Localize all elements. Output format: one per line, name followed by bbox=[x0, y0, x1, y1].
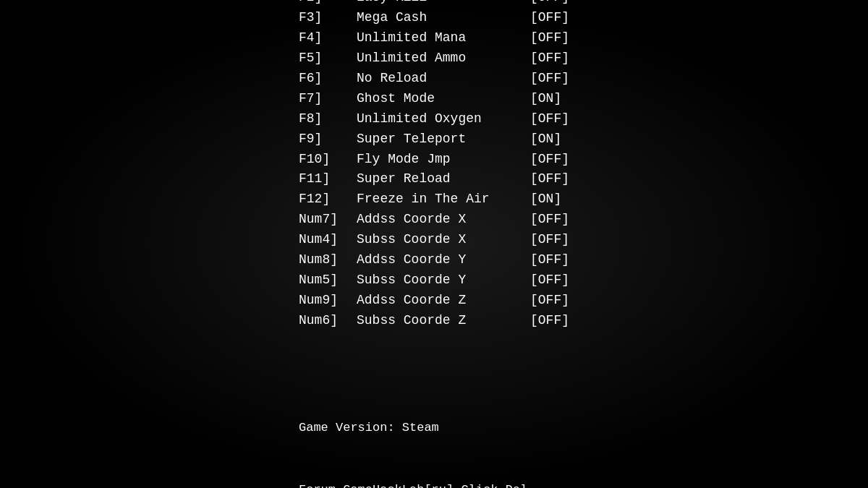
cheat-name: Addss Coorde Y bbox=[357, 250, 530, 270]
cheat-name: Ghost Mode bbox=[357, 89, 530, 109]
cheat-name: Addss Coorde Z bbox=[357, 291, 530, 311]
cheat-key: F10] bbox=[299, 150, 357, 170]
cheat-name: Fly Mode Jmp bbox=[357, 150, 530, 170]
cheat-row: Num5] Subss Coorde Y [OFF] bbox=[299, 270, 569, 291]
cheat-status[interactable]: [OFF] bbox=[530, 8, 569, 28]
cheat-status[interactable]: [OFF] bbox=[530, 150, 569, 170]
cheat-name: Subss Coorde X bbox=[357, 230, 530, 250]
cheat-status[interactable]: [ON] bbox=[530, 129, 561, 150]
cheat-status[interactable]: [OFF] bbox=[530, 0, 569, 8]
cheat-row: F12] Freeze in The Air [ON] bbox=[299, 189, 569, 210]
cheat-row: F8] Unlimited Oxygen [OFF] bbox=[299, 109, 569, 129]
cheat-status[interactable]: [OFF] bbox=[530, 270, 569, 291]
cheat-panel: F1] Unlimited Health [ON]F2] Easy Kill [… bbox=[270, 0, 598, 488]
cheat-status[interactable]: [ON] bbox=[530, 189, 561, 210]
cheat-row: F7] Ghost Mode [ON] bbox=[299, 89, 569, 109]
cheat-key: Num7] bbox=[299, 210, 357, 230]
cheat-status[interactable]: [OFF] bbox=[530, 291, 569, 311]
cheat-key: F7] bbox=[299, 89, 357, 109]
cheat-status[interactable]: [OFF] bbox=[530, 250, 569, 270]
cheat-name: No Reload bbox=[357, 69, 530, 89]
cheat-key: F5] bbox=[299, 48, 357, 69]
cheat-key: Num6] bbox=[299, 311, 357, 331]
cheat-row: F9] Super Teleport [ON] bbox=[299, 129, 569, 150]
cheat-name: Unlimited Oxygen bbox=[357, 109, 530, 129]
cheat-status[interactable]: [ON] bbox=[530, 89, 561, 109]
cheat-row: F6] No Reload [OFF] bbox=[299, 69, 569, 89]
cheat-status[interactable]: [OFF] bbox=[530, 210, 569, 230]
cheat-name: Subss Coorde Y bbox=[357, 270, 530, 291]
cheat-row: F2] Easy Kill [OFF] bbox=[299, 0, 569, 8]
cheat-key: F4] bbox=[299, 28, 357, 48]
cheat-key: F6] bbox=[299, 69, 357, 89]
cheat-key: F9] bbox=[299, 129, 357, 150]
cheat-status[interactable]: [OFF] bbox=[530, 169, 569, 189]
cheat-name: Unlimited Mana bbox=[357, 28, 530, 48]
cheat-name: Freeze in The Air bbox=[357, 189, 530, 210]
cheat-key: F12] bbox=[299, 189, 357, 210]
cheat-key: F3] bbox=[299, 8, 357, 28]
screen: F1] Unlimited Health [ON]F2] Easy Kill [… bbox=[0, 0, 868, 488]
cheat-key: Num8] bbox=[299, 250, 357, 270]
cheat-key: Num5] bbox=[299, 270, 357, 291]
cheat-status[interactable]: [OFF] bbox=[530, 69, 569, 89]
cheat-row: F10] Fly Mode Jmp [OFF] bbox=[299, 150, 569, 170]
cheat-row: Num7] Addss Coorde X [OFF] bbox=[299, 210, 569, 230]
cheat-name: Easy Kill bbox=[357, 0, 530, 8]
cheat-status[interactable]: [OFF] bbox=[530, 230, 569, 250]
cheat-key: F11] bbox=[299, 169, 357, 189]
cheat-key: Num9] bbox=[299, 291, 357, 311]
cheat-key: F8] bbox=[299, 109, 357, 129]
cheat-row: F5] Unlimited Ammo [OFF] bbox=[299, 48, 569, 69]
cheat-name: Mega Cash bbox=[357, 8, 530, 28]
cheat-status[interactable]: [OFF] bbox=[530, 48, 569, 69]
cheat-row: Num4] Subss Coorde X [OFF] bbox=[299, 230, 569, 250]
cheat-row: Num6] Subss Coorde Z [OFF] bbox=[299, 311, 569, 331]
cheat-row: F11] Super Reload [OFF] bbox=[299, 169, 569, 189]
cheat-row: Num8] Addss Coorde Y [OFF] bbox=[299, 250, 569, 270]
cheat-row: F3] Mega Cash [OFF] bbox=[299, 8, 569, 28]
footer-line2: Forum GameHackLab[ru] Click Del bbox=[299, 481, 569, 488]
cheat-status[interactable]: [OFF] bbox=[530, 109, 569, 129]
cheat-row: F4] Unlimited Mana [OFF] bbox=[299, 28, 569, 48]
cheat-name: Unlimited Ammo bbox=[357, 48, 530, 69]
cheat-key: Num4] bbox=[299, 230, 357, 250]
cheat-row: Num9] Addss Coorde Z [OFF] bbox=[299, 291, 569, 311]
cheat-status[interactable]: [OFF] bbox=[530, 311, 569, 331]
cheat-name: Subss Coorde Z bbox=[357, 311, 530, 331]
footer-line1: Game Version: Steam bbox=[299, 419, 569, 437]
cheat-status[interactable]: [OFF] bbox=[530, 28, 569, 48]
cheat-key: F2] bbox=[299, 0, 357, 8]
cheat-name: Super Reload bbox=[357, 169, 530, 189]
cheat-name: Super Teleport bbox=[357, 129, 530, 150]
cheat-name: Addss Coorde X bbox=[357, 210, 530, 230]
